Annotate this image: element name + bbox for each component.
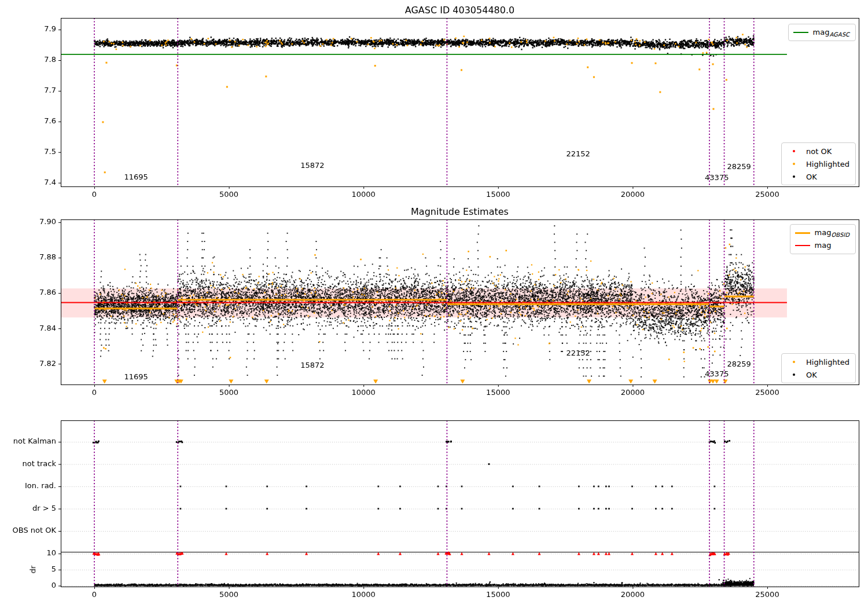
legend-label-sub: OBSID [831,232,849,238]
legend-label: OK [806,173,817,181]
figure: AGASC ID 403054480.0 Magnitude Estimates… [0,0,868,608]
legend-label-main: mag [815,241,832,250]
legend-mag-agasc: magAGASC [788,24,856,41]
legend-top-point-types: not OK Highlighted OK [781,142,856,185]
legend-label: Highlighted [806,358,849,367]
legend-item-mag-agasc: magAGASC [793,27,849,38]
legend-label: mag [815,241,832,251]
legend-item-highlighted: Highlighted [786,159,849,169]
middle-chart-title: Magnitude Estimates [61,206,859,217]
black-dot-icon [786,373,801,376]
red-line-icon [795,245,810,246]
orange-line-icon [795,232,810,234]
orange-dot-icon [786,163,801,165]
legend-item-not-ok: not OK [786,146,849,156]
legend-label: Highlighted [806,160,849,169]
legend-item-mag: mag [795,240,849,251]
legend-item-ok: OK [786,369,849,380]
legend-label-main: mag [813,28,830,36]
orange-dot-icon [786,361,801,363]
legend-middle-point-types: Highlighted OK [781,353,856,383]
legend-label: OK [806,371,817,379]
charts-canvas [0,0,868,608]
legend-label-sub: AGASC [829,31,849,38]
green-line-icon [793,32,808,33]
legend-label-main: mag [815,228,832,237]
red-dot-icon [786,150,801,152]
legend-item-highlighted: Highlighted [786,357,849,367]
legend-label: magAGASC [813,28,849,38]
legend-item-mag-obsid: magOBSID [795,228,849,238]
legend-label: not OK [806,147,832,156]
legend-mag-lines: magOBSID mag [790,224,856,254]
legend-item-ok: OK [786,171,849,182]
black-dot-icon [786,175,801,178]
dr-axis-label: dr [28,566,37,574]
top-chart-title: AGASC ID 403054480.0 [61,5,859,16]
legend-label: magOBSID [815,228,849,238]
